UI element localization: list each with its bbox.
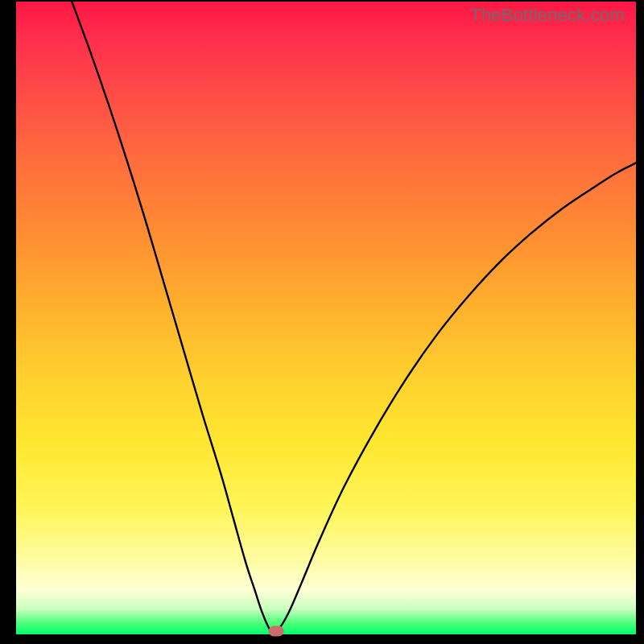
plot-background-border: TheBottleneck.com <box>16 2 636 634</box>
bottleneck-curve <box>16 2 636 634</box>
trough-marker <box>269 626 284 637</box>
watermark-text: TheBottleneck.com <box>470 5 625 26</box>
chart-frame: TheBottleneck.com <box>0 0 644 644</box>
